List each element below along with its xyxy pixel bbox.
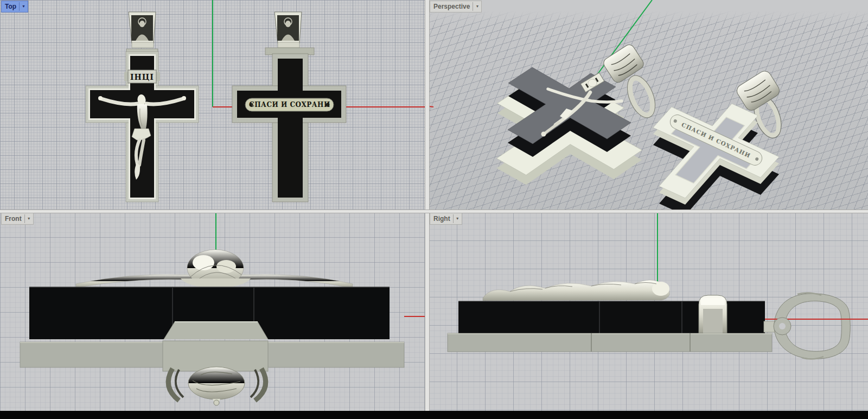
enamel-field [278,59,303,198]
chevron-down-icon[interactable]: ▼ [453,214,462,223]
viewport-title: Front [5,215,24,223]
viewport-splitter-vertical[interactable] [425,0,430,411]
top-view-scene: ІНЦІ [0,0,425,210]
viewport-top[interactable]: ІНЦІ [0,0,425,210]
bail-clip [699,295,727,333]
bail-below [168,367,265,405]
viewport-label-top[interactable]: Top ▼ [1,1,28,12]
viewport-title: Right [433,215,453,223]
crucifix-figure-side [76,250,353,288]
plate-inscription: ІНЦІ [130,73,154,81]
front-view-scene [0,212,425,411]
application-window: ІНЦІ [0,0,868,419]
bail-mount [164,322,268,339]
bottom-bar [0,411,868,419]
icon-face [285,21,291,27]
cross-front-perspective [496,43,660,185]
viewport-label-front[interactable]: Front ▼ [1,213,34,225]
viewport-right[interactable]: Right ▼ [429,212,868,411]
crucifix-figure-side [483,280,669,301]
viewport-label-right[interactable]: Right ▼ [430,213,462,225]
chevron-down-icon[interactable]: ▼ [473,2,481,11]
cross-back-perspective: СПАСИ И СОХРАНИ [653,69,787,210]
cross-back-top-view: СПАСИ И СОХРАНИ [232,12,346,202]
chevron-down-icon[interactable]: ▼ [24,214,33,223]
viewport-perspective[interactable]: СПАСИ И СОХРАНИ Perspective ▼ [429,0,868,210]
bail-ring [626,75,657,118]
right-view-scene [429,212,868,411]
bail-eyelet-hole [779,323,786,329]
viewport-title: Perspective [433,3,473,10]
viewport-title: Top [5,3,19,10]
icon-face [139,21,145,27]
banner-inscription: СПАСИ И СОХРАНИ [249,101,330,109]
viewport-label-perspective[interactable]: Perspective ▼ [430,1,482,12]
cross-front-top-view: ІНЦІ [86,12,199,202]
viewport-front[interactable]: Front ▼ [0,212,425,411]
perspective-scene: СПАСИ И СОХРАНИ [429,0,868,210]
chevron-down-icon[interactable]: ▼ [19,2,28,11]
base-rim-edge [448,333,772,352]
